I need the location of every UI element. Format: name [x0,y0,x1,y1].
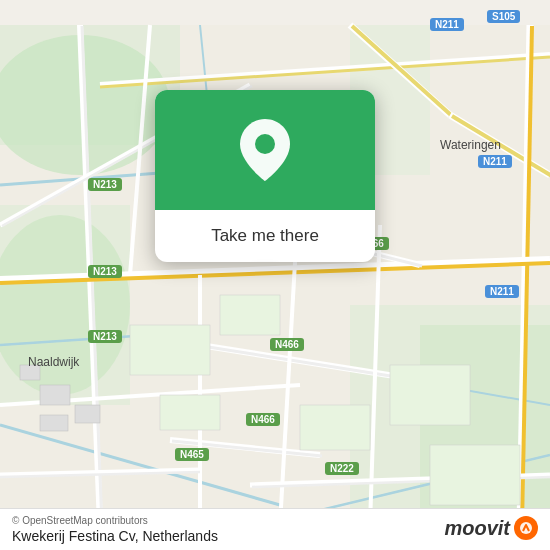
road-label-n213-bot1: N213 [88,265,122,278]
road-label-n211-bottom: N211 [485,285,519,298]
svg-point-53 [255,134,275,154]
take-me-there-button[interactable]: Take me there [203,222,327,250]
svg-rect-50 [75,405,100,423]
svg-rect-47 [430,445,520,505]
map-background [0,0,550,550]
road-label-n466-2: N466 [270,338,304,351]
road-label-n211-top: N211 [430,18,464,31]
moovit-dot-icon [514,516,538,540]
road-label-n213-mid: N213 [88,178,122,191]
svg-rect-46 [390,365,470,425]
road-label-wateringen: Wateringen [440,138,501,152]
road-label-n465: N465 [175,448,209,461]
bottom-bar: © OpenStreetMap contributors Kwekerij Fe… [0,508,550,550]
location-pin-icon [240,120,290,180]
svg-rect-43 [130,325,210,375]
svg-point-54 [520,522,532,534]
svg-rect-44 [220,295,280,335]
road-label-n466-3: N466 [246,413,280,426]
road-label-naaldwijk: Naaldwijk [28,355,79,369]
moovit-text: moovit [444,517,510,540]
moovit-logo: moovit [444,516,538,540]
svg-rect-49 [40,385,70,405]
location-popup: Take me there [155,90,375,262]
svg-rect-45 [300,405,370,450]
road-label-n222: N222 [325,462,359,475]
svg-rect-51 [40,415,68,431]
road-label-n213-bot2: N213 [88,330,122,343]
popup-header [155,90,375,210]
map-container: N211 S105 Wateringen N211 N211 N213 N213… [0,0,550,550]
road-label-n211-right: N211 [478,155,512,168]
popup-button-area: Take me there [155,210,375,262]
svg-rect-48 [160,395,220,430]
road-label-s105: S105 [487,10,520,23]
